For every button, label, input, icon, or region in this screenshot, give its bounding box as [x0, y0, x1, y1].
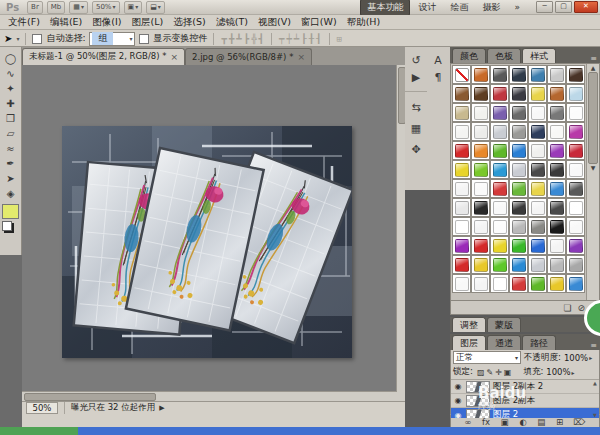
style-swatch-r3c2[interactable]: [471, 103, 490, 122]
lock-image-icon[interactable]: ✎: [485, 368, 494, 377]
style-swatch-r9c3[interactable]: [490, 217, 509, 236]
style-swatch-r4c5[interactable]: [528, 122, 547, 141]
clone-stamp-tool[interactable]: ❐: [2, 111, 20, 126]
style-swatch-r3c4[interactable]: [509, 103, 528, 122]
style-swatch-r4c1[interactable]: [452, 122, 471, 141]
style-swatch-r4c6[interactable]: [547, 122, 566, 141]
style-swatch-r9c1[interactable]: [452, 217, 471, 236]
close-tab-icon[interactable]: ×: [170, 52, 178, 62]
eraser-tool[interactable]: ▱: [2, 126, 20, 141]
opacity-field[interactable]: 100% ▸: [564, 353, 592, 363]
style-swatch-r11c2[interactable]: [471, 255, 490, 274]
distribute-horizontal-centers-icon[interactable]: ╂: [308, 34, 315, 44]
link-layers-icon[interactable]: ∞: [464, 417, 471, 427]
lasso-tool[interactable]: ∿: [2, 66, 20, 81]
styles-tab-颜色[interactable]: 颜色: [452, 48, 486, 63]
scroll-down-icon[interactable]: ▼: [591, 164, 596, 171]
style-swatch-r6c7[interactable]: [566, 160, 585, 179]
style-swatch-r5c1[interactable]: [452, 141, 471, 160]
style-swatch-r2c1[interactable]: [452, 84, 471, 103]
distribute-right-edges-icon[interactable]: ┨: [315, 34, 322, 44]
style-swatch-r11c7[interactable]: [566, 255, 585, 274]
style-swatch-r6c6[interactable]: [547, 160, 566, 179]
style-swatch-r12c4[interactable]: [509, 274, 528, 293]
style-swatch-r8c2[interactable]: [471, 198, 490, 217]
quick-selection-tool[interactable]: ✦: [2, 81, 20, 96]
style-swatch-r8c1[interactable]: [452, 198, 471, 217]
style-swatch-r7c2[interactable]: [471, 179, 490, 198]
style-swatch-r2c6[interactable]: [547, 84, 566, 103]
style-swatch-r1c3[interactable]: [490, 65, 509, 84]
style-swatch-r5c6[interactable]: [547, 141, 566, 160]
distribute-left-edges-icon[interactable]: ┠: [300, 34, 307, 44]
layers-panel-menu-icon[interactable]: ≡: [590, 341, 600, 350]
auto-align-layers-icon[interactable]: ⊞: [336, 34, 343, 44]
styles-tab-样式[interactable]: 样式: [522, 48, 556, 63]
navigator-panel-icon[interactable]: ✥: [411, 144, 420, 155]
style-swatch-r7c4[interactable]: [509, 179, 528, 198]
adjustments-tab-调整[interactable]: 调整: [452, 317, 486, 332]
layer-visibility-icon[interactable]: ◉: [453, 382, 463, 391]
background-color-swatch[interactable]: [2, 221, 12, 231]
histogram-panel-icon[interactable]: ▦: [411, 123, 421, 134]
style-swatch-r9c4[interactable]: [509, 217, 528, 236]
blend-mode-dropdown[interactable]: 正常 ▾: [453, 351, 521, 364]
style-swatch-r1c4[interactable]: [509, 65, 528, 84]
style-swatch-r12c2[interactable]: [471, 274, 490, 293]
style-swatch-r10c5[interactable]: [528, 236, 547, 255]
style-swatch-r1c2[interactable]: [471, 65, 490, 84]
menu-item-选择(S)[interactable]: 选择(S): [168, 16, 210, 29]
mini-bridge-button[interactable]: Mb: [47, 1, 65, 14]
style-swatch-r5c2[interactable]: [471, 141, 490, 160]
info-panel-icon[interactable]: ⇆: [411, 102, 420, 113]
style-swatch-r3c1[interactable]: [452, 103, 471, 122]
menu-item-帮助(H)[interactable]: 帮助(H): [342, 16, 386, 29]
style-swatch-r3c6[interactable]: [547, 103, 566, 122]
horizontal-scrollbar-thumb[interactable]: [24, 393, 156, 401]
workspace-tab-绘画[interactable]: 绘画: [444, 0, 474, 15]
style-swatch-r12c7[interactable]: [566, 274, 585, 293]
lock-all-icon[interactable]: ▣: [503, 368, 513, 377]
style-swatch-r6c1[interactable]: [452, 160, 471, 179]
style-swatch-r3c7[interactable]: [566, 103, 585, 122]
style-swatch-r7c5[interactable]: [528, 179, 547, 198]
style-swatch-r12c3[interactable]: [490, 274, 509, 293]
style-swatch-r11c4[interactable]: [509, 255, 528, 274]
style-swatch-r4c2[interactable]: [471, 122, 490, 141]
style-swatch-r6c3[interactable]: [490, 160, 509, 179]
status-zoom-field[interactable]: 50%: [26, 402, 58, 414]
actions-panel-icon[interactable]: ▶: [412, 72, 420, 83]
layers-tab-通道[interactable]: 通道: [487, 335, 521, 350]
workspace-tab-设计[interactable]: 设计: [412, 0, 442, 15]
path-selection-tool[interactable]: ➤: [2, 171, 20, 186]
custom-shape-tool[interactable]: ◈: [2, 186, 20, 201]
style-swatch-r6c4[interactable]: [509, 160, 528, 179]
layer-group-icon[interactable]: ▤: [537, 417, 545, 427]
style-swatch-r3c5[interactable]: [528, 103, 547, 122]
style-swatch-r12c5[interactable]: [528, 274, 547, 293]
horizontal-scrollbar[interactable]: [22, 391, 397, 401]
healing-brush-tool[interactable]: ✚: [2, 96, 20, 111]
layer-visibility-icon[interactable]: ◉: [453, 411, 463, 419]
style-swatch-r4c7[interactable]: [566, 122, 585, 141]
character-panel-icon[interactable]: A: [434, 55, 442, 66]
styles-panel-menu-icon[interactable]: ≡: [590, 54, 600, 63]
auto-select-checkbox[interactable]: [32, 34, 42, 44]
delete-layer-icon[interactable]: ⌦: [574, 417, 586, 427]
align-right-edges-icon[interactable]: ┫: [258, 34, 265, 44]
style-swatch-r5c4[interactable]: [509, 141, 528, 160]
close-tab-icon[interactable]: ×: [297, 52, 305, 62]
new-layer-icon[interactable]: ⊞: [556, 417, 563, 427]
show-transform-checkbox[interactable]: [139, 34, 149, 44]
style-swatch-r8c5[interactable]: [528, 198, 547, 217]
workspace-tab-基本功能[interactable]: 基本功能: [360, 0, 410, 16]
style-swatch-r11c1[interactable]: [452, 255, 471, 274]
style-swatch-r2c2[interactable]: [471, 84, 490, 103]
menu-item-图像(I)[interactable]: 图像(I): [87, 16, 126, 29]
style-swatch-r10c1[interactable]: [452, 236, 471, 255]
menu-item-窗口(W)[interactable]: 窗口(W): [296, 16, 342, 29]
workspace-tab-摄影[interactable]: 摄影: [476, 0, 506, 15]
style-swatch-r10c7[interactable]: [566, 236, 585, 255]
distribute-vertical-centers-icon[interactable]: ┿: [285, 34, 292, 44]
styles-scrollbar-thumb[interactable]: [588, 72, 598, 164]
